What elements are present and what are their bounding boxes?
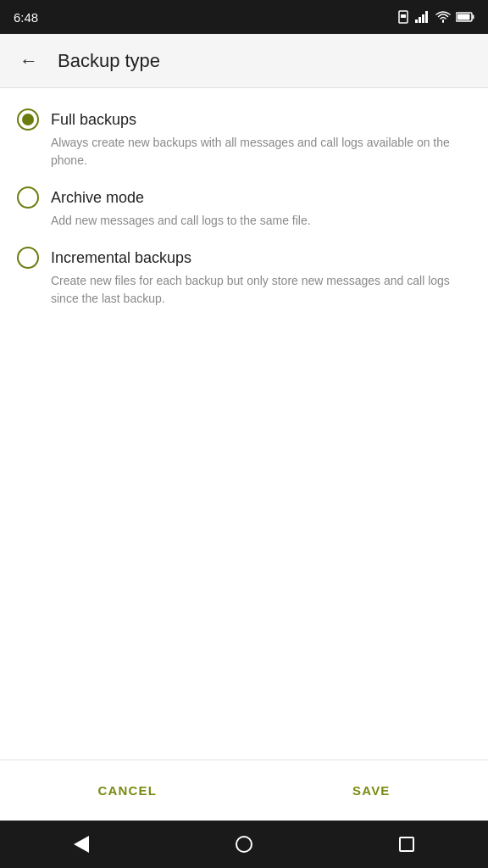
nav-recents-button[interactable] bbox=[386, 824, 427, 865]
option-incremental-label: Incremental backups bbox=[51, 249, 191, 267]
svg-rect-8 bbox=[458, 14, 470, 20]
svg-rect-7 bbox=[473, 15, 474, 19]
status-time: 6:48 bbox=[14, 10, 38, 25]
content-area: Full backups Always create new backups w… bbox=[0, 88, 488, 760]
nav-home-icon bbox=[236, 836, 252, 853]
svg-rect-4 bbox=[422, 14, 424, 23]
radio-archive[interactable] bbox=[17, 186, 39, 209]
option-full-label: Full backups bbox=[51, 111, 136, 129]
svg-rect-1 bbox=[401, 14, 406, 18]
option-archive-description: Add new messages and call logs to the sa… bbox=[51, 212, 471, 230]
signal-icon bbox=[415, 11, 430, 23]
option-incremental-description: Create new files for each backup but onl… bbox=[51, 272, 471, 308]
option-full-description: Always create new backups with all messa… bbox=[51, 134, 471, 170]
back-arrow-icon: ← bbox=[19, 50, 38, 72]
nav-bar bbox=[0, 821, 488, 868]
nav-back-button[interactable] bbox=[61, 824, 102, 865]
option-archive-label: Archive mode bbox=[51, 189, 144, 207]
wifi-icon bbox=[435, 11, 451, 23]
cancel-button[interactable]: CANCEL bbox=[70, 773, 184, 808]
option-incremental[interactable]: Incremental backups Create new files for… bbox=[17, 247, 471, 308]
nav-recents-icon bbox=[399, 837, 414, 852]
battery-icon bbox=[456, 12, 474, 22]
back-button[interactable]: ← bbox=[14, 46, 44, 76]
svg-rect-3 bbox=[419, 17, 421, 23]
app-bar: ← Backup type bbox=[0, 34, 488, 88]
sim-icon bbox=[396, 10, 410, 24]
bottom-actions: CANCEL SAVE bbox=[0, 760, 488, 821]
option-archive[interactable]: Archive mode Add new messages and call l… bbox=[17, 186, 471, 230]
radio-incremental[interactable] bbox=[17, 247, 39, 269]
svg-rect-2 bbox=[415, 19, 418, 23]
nav-home-button[interactable] bbox=[224, 824, 264, 865]
svg-rect-5 bbox=[425, 11, 428, 23]
status-bar: 6:48 bbox=[0, 0, 488, 34]
page-title: Backup type bbox=[58, 50, 160, 72]
option-full[interactable]: Full backups Always create new backups w… bbox=[17, 108, 471, 170]
status-icons bbox=[396, 10, 474, 24]
radio-full[interactable] bbox=[17, 108, 39, 131]
save-button[interactable]: SAVE bbox=[325, 773, 418, 808]
nav-back-icon bbox=[74, 836, 89, 853]
